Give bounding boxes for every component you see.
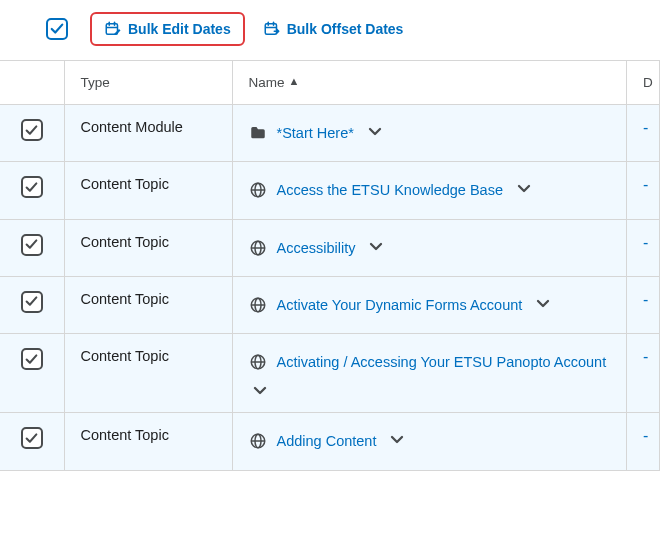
check-icon bbox=[25, 295, 38, 308]
table-row: Content Topic Accessibility - bbox=[0, 219, 660, 276]
due-cell: - bbox=[643, 119, 648, 136]
row-checkbox[interactable] bbox=[21, 427, 43, 449]
sort-asc-icon: ▲ bbox=[289, 75, 300, 87]
bulk-offset-label: Bulk Offset Dates bbox=[287, 21, 404, 37]
globe-icon bbox=[249, 181, 267, 199]
table-row: Content Module *Start Here* - bbox=[0, 105, 660, 162]
due-cell: - bbox=[643, 176, 648, 193]
globe-icon bbox=[249, 353, 267, 371]
due-cell: - bbox=[643, 348, 648, 365]
row-actions-dropdown[interactable] bbox=[368, 127, 384, 139]
row-checkbox[interactable] bbox=[21, 291, 43, 313]
row-checkbox[interactable] bbox=[21, 176, 43, 198]
select-all-checkbox[interactable] bbox=[46, 18, 68, 40]
item-name-link[interactable]: Activating / Accessing Your ETSU Panopto… bbox=[277, 348, 607, 376]
svg-rect-4 bbox=[265, 24, 276, 35]
type-cell: Content Topic bbox=[81, 176, 169, 192]
table-row: Content Topic Adding Content - bbox=[0, 413, 660, 470]
due-cell: - bbox=[643, 427, 648, 444]
table-row: Content Topic Access the ETSU Knowledge … bbox=[0, 162, 660, 219]
globe-icon bbox=[249, 239, 267, 257]
toolbar: Bulk Edit Dates Bulk Offset Dates bbox=[0, 0, 660, 60]
row-actions-dropdown[interactable] bbox=[517, 184, 533, 196]
bulk-edit-dates-button[interactable]: Bulk Edit Dates bbox=[94, 16, 241, 42]
item-name-link[interactable]: Adding Content bbox=[277, 427, 377, 455]
folder-icon bbox=[249, 124, 267, 142]
table-row: Content Topic Activating / Accessing You… bbox=[0, 334, 660, 413]
chevron-down-icon bbox=[536, 299, 550, 309]
items-table: Type Name▲ D Content Module *Start Here* bbox=[0, 60, 660, 471]
table-row: Content Topic Activate Your Dynamic Form… bbox=[0, 276, 660, 333]
chevron-down-icon bbox=[369, 242, 383, 252]
check-icon bbox=[50, 22, 64, 36]
bulk-offset-dates-button[interactable]: Bulk Offset Dates bbox=[253, 16, 414, 42]
item-name-link[interactable]: *Start Here* bbox=[277, 119, 354, 147]
chevron-down-icon bbox=[368, 127, 382, 137]
due-cell: - bbox=[643, 234, 648, 251]
check-icon bbox=[25, 353, 38, 366]
chevron-down-icon bbox=[253, 386, 267, 396]
row-actions-dropdown[interactable] bbox=[536, 299, 552, 311]
chevron-down-icon bbox=[517, 184, 531, 194]
header-select bbox=[0, 61, 64, 105]
item-name-link[interactable]: Activate Your Dynamic Forms Account bbox=[277, 291, 523, 319]
item-name-link[interactable]: Accessibility bbox=[277, 234, 356, 262]
check-icon bbox=[25, 432, 38, 445]
due-cell: - bbox=[643, 291, 648, 308]
row-actions-dropdown[interactable] bbox=[390, 435, 406, 447]
bulk-edit-label: Bulk Edit Dates bbox=[128, 21, 231, 37]
check-icon bbox=[25, 124, 38, 137]
calendar-edit-icon bbox=[104, 20, 122, 38]
header-type[interactable]: Type bbox=[64, 61, 232, 105]
item-name-link[interactable]: Access the ETSU Knowledge Base bbox=[277, 176, 503, 204]
check-icon bbox=[25, 181, 38, 194]
type-cell: Content Topic bbox=[81, 427, 169, 443]
header-due[interactable]: D bbox=[627, 61, 660, 105]
header-name[interactable]: Name▲ bbox=[232, 61, 627, 105]
row-checkbox[interactable] bbox=[21, 119, 43, 141]
check-icon bbox=[25, 238, 38, 251]
calendar-offset-icon bbox=[263, 20, 281, 38]
type-cell: Content Topic bbox=[81, 348, 169, 364]
row-actions-dropdown[interactable] bbox=[253, 386, 269, 398]
row-checkbox[interactable] bbox=[21, 234, 43, 256]
row-checkbox[interactable] bbox=[21, 348, 43, 370]
globe-icon bbox=[249, 432, 267, 450]
row-actions-dropdown[interactable] bbox=[369, 242, 385, 254]
type-cell: Content Topic bbox=[81, 234, 169, 250]
type-cell: Content Topic bbox=[81, 291, 169, 307]
chevron-down-icon bbox=[390, 435, 404, 445]
globe-icon bbox=[249, 296, 267, 314]
type-cell: Content Module bbox=[81, 119, 183, 135]
bulk-edit-highlight: Bulk Edit Dates bbox=[90, 12, 245, 46]
